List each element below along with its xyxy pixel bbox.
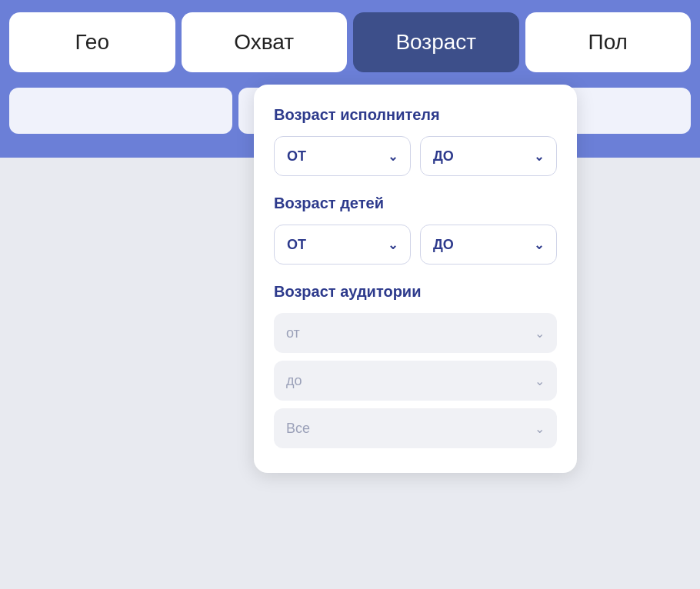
section-children-age: Возраст детей ОТ ⌄ ДО ⌄ [274,195,557,265]
blue-row-box-1 [9,88,232,134]
performer-age-from-dropdown[interactable]: ОТ ⌄ [274,136,411,176]
section-children-age-title: Возраст детей [274,195,557,212]
audience-age-all-label: Все [286,421,310,437]
section-audience-age-title: Возраст аудитории [274,283,557,301]
tab-geo-label: Гео [75,30,109,55]
section-performer-age: Возраст исполнителя ОТ ⌄ ДО ⌄ [274,106,557,176]
audience-age-from-dropdown[interactable]: от ⌄ [274,313,557,353]
tab-vozrast-label: Возраст [395,30,476,55]
performer-age-from-label: ОТ [287,148,306,165]
performer-age-to-dropdown[interactable]: ДО ⌄ [420,136,557,176]
tab-ohvat-label: Охват [234,30,294,55]
tab-ohvat[interactable]: Охват [182,12,348,72]
tab-geo[interactable]: Гео [9,12,175,72]
tab-pol-label: Пол [588,30,628,55]
audience-age-to-dropdown[interactable]: до ⌄ [274,361,557,401]
performer-age-to-label: ДО [433,148,454,165]
audience-age-from-chevron: ⌄ [535,326,545,341]
section-performer-age-title: Возраст исполнителя [274,106,557,124]
children-age-from-dropdown[interactable]: ОТ ⌄ [274,225,411,265]
dropdown-panel: Возраст исполнителя ОТ ⌄ ДО ⌄ Возраст де… [254,85,577,473]
children-age-to-dropdown[interactable]: ДО ⌄ [420,225,557,265]
tab-pol[interactable]: Пол [525,12,692,72]
children-age-from-chevron: ⌄ [388,238,398,252]
performer-age-dropdowns: ОТ ⌄ ДО ⌄ [274,136,557,176]
tab-vozrast[interactable]: Возраст [353,12,519,72]
audience-age-all-dropdown[interactable]: Все ⌄ [274,408,557,448]
children-age-to-chevron: ⌄ [534,238,544,252]
performer-age-to-chevron: ⌄ [534,149,544,164]
children-age-to-label: ДО [433,237,454,253]
children-age-from-label: ОТ [287,237,306,253]
section-audience-age: Возраст аудитории от ⌄ до ⌄ Все ⌄ [274,283,557,448]
audience-age-all-chevron: ⌄ [535,421,545,436]
audience-age-from-label: от [286,325,300,341]
children-age-dropdowns: ОТ ⌄ ДО ⌄ [274,225,557,265]
tab-bar: Гео Охват Возраст Пол [0,0,700,72]
performer-age-from-chevron: ⌄ [388,149,398,164]
audience-age-to-chevron: ⌄ [535,374,545,388]
audience-age-to-label: до [286,373,302,389]
